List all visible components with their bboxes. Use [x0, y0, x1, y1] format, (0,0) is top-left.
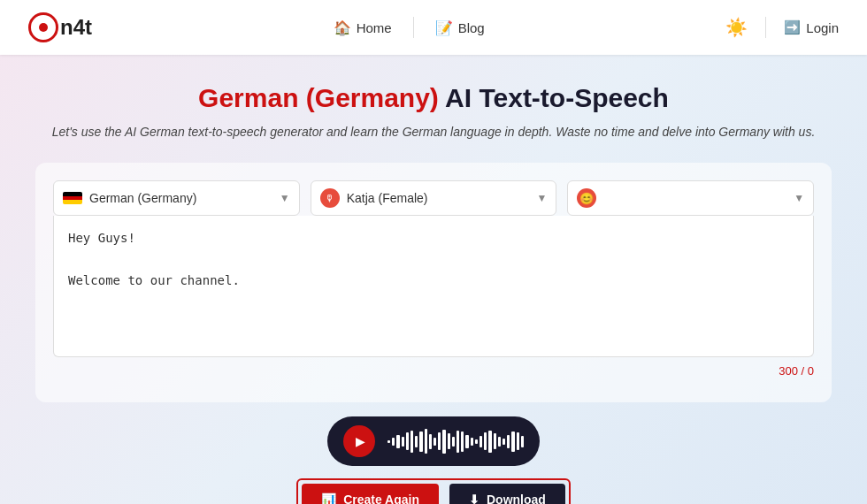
nav-blog[interactable]: 📝 Blog: [435, 19, 485, 36]
theme-icon: ☀️: [725, 18, 748, 37]
waveform-bar: [480, 436, 482, 447]
char-count: 300 / 0: [53, 361, 814, 385]
waveform-bar: [387, 440, 390, 443]
main-nav: 🏠 Home 📝 Blog: [334, 17, 485, 38]
header: ● n4t 🏠 Home 📝 Blog ☀️ ➡️ Login: [0, 0, 867, 55]
waveform-bar: [415, 436, 418, 447]
waveform-bar: [425, 429, 427, 454]
download-button[interactable]: ⬇ Download: [449, 484, 565, 504]
waveform-bar: [494, 433, 496, 449]
voice-dropdown[interactable]: 🎙 Katja (Female) ▼ Katja (Female) Hans (…: [311, 180, 557, 216]
logo-text: n4t: [60, 15, 92, 40]
audio-section: ▶ 📊 Create Again ⬇ Download: [35, 416, 832, 504]
controls-row: German (Germany) ▼ German (Germany) Engl…: [53, 180, 814, 216]
audio-player: ▶: [327, 416, 540, 466]
waveform-bar: [503, 439, 505, 445]
home-icon: 🏠: [334, 19, 351, 36]
page-subtitle: Let's use the AI German text-to-speech g…: [35, 122, 832, 141]
waveform-bar: [406, 432, 409, 450]
language-dropdown[interactable]: German (Germany) ▼ German (Germany) Engl…: [53, 180, 300, 216]
logo-icon: ●: [28, 12, 58, 42]
waveform-bar: [461, 431, 464, 451]
waveform-bar: [402, 437, 404, 447]
waveform-bar: [521, 436, 524, 447]
waveform-bar: [484, 432, 487, 450]
theme-toggle-button[interactable]: ☀️: [725, 17, 748, 38]
nav-divider: [413, 17, 414, 38]
waveform-bar: [488, 431, 491, 453]
page-title: German (Germany) AI Text-to-Speech: [35, 83, 832, 113]
waveform-bar: [419, 431, 422, 451]
nav-home[interactable]: 🏠 Home: [334, 19, 392, 36]
download-icon: ⬇: [469, 493, 480, 504]
title-rest: AI Text-to-Speech: [439, 83, 669, 112]
waveform-bar: [438, 432, 441, 450]
action-buttons: 📊 Create Again ⬇ Download: [296, 478, 571, 504]
waveform-bar: [507, 435, 510, 449]
text-input[interactable]: Hey Guys! Welcome to our channel.: [53, 216, 814, 357]
waveform-bar: [452, 437, 455, 447]
header-divider: [765, 17, 766, 38]
logo: ● n4t: [28, 12, 92, 42]
download-label: Download: [487, 493, 546, 504]
waveform-bar: [429, 434, 432, 449]
main-content: German (Germany) AI Text-to-Speech Let's…: [0, 55, 867, 504]
nav-blog-label: Blog: [458, 20, 485, 35]
login-icon: ➡️: [784, 19, 801, 35]
waveform-bar: [475, 439, 478, 445]
waveform-icon: 📊: [321, 493, 336, 504]
waveform-bar: [442, 430, 445, 454]
waveform-bar: [465, 435, 468, 449]
waveform-bar: [448, 433, 450, 449]
nav-home-label: Home: [357, 20, 392, 35]
waveform-bar: [471, 438, 473, 446]
input-section: German (Germany) ▼ German (Germany) Engl…: [35, 163, 832, 402]
waveform-bar: [434, 438, 436, 446]
play-button[interactable]: ▶: [343, 425, 375, 457]
waveform-bar: [498, 437, 501, 447]
create-again-label: Create Again: [343, 493, 419, 504]
waveform-bar: [511, 431, 514, 451]
waveform-bar: [396, 435, 399, 449]
waveform-bar: [392, 438, 395, 446]
login-button[interactable]: ➡️ Login: [784, 19, 839, 35]
header-right: ☀️ ➡️ Login: [725, 17, 839, 38]
create-again-button[interactable]: 📊 Create Again: [302, 484, 439, 504]
play-icon: ▶: [356, 434, 365, 448]
waveform: [387, 428, 524, 454]
waveform-bar: [457, 431, 459, 453]
emotion-dropdown[interactable]: 😊 ▼ 😊 😐 😢: [567, 180, 814, 216]
waveform-bar: [410, 431, 413, 453]
waveform-bar: [517, 432, 519, 450]
title-highlight: German (Germany): [198, 83, 439, 112]
login-label: Login: [806, 20, 839, 35]
blog-icon: 📝: [435, 19, 453, 36]
